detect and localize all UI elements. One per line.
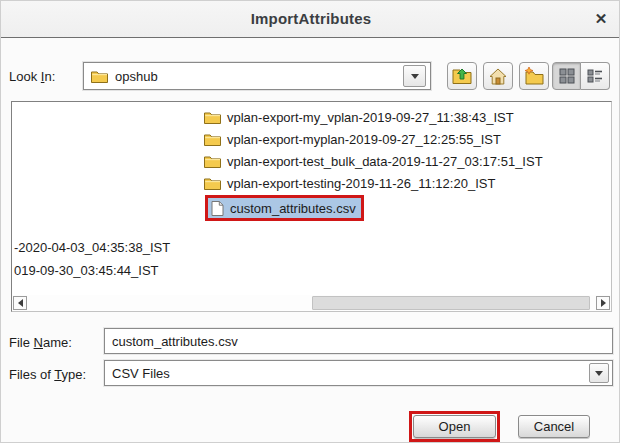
look-in-label: Look In: [9, 69, 55, 84]
import-attributes-dialog: ImportAttributes ✕ Look In: opshub [0, 0, 620, 443]
close-icon[interactable]: ✕ [591, 9, 611, 29]
cancel-button[interactable]: Cancel [518, 415, 590, 438]
home-button[interactable] [483, 62, 513, 90]
open-button[interactable]: Open [413, 415, 496, 438]
horizontal-scrollbar[interactable] [12, 295, 611, 311]
list-item[interactable]: vplan-export-test_bulk_data-2019-11-27_0… [204, 152, 543, 170]
list-item[interactable]: vplan-export-my_vplan-2019-09-27_11:38:4… [204, 108, 514, 126]
list-item-label: vplan-export-test_bulk_data-2019-11-27_0… [227, 154, 543, 169]
selected-file-annotation-box: custom_attributes.csv [205, 195, 364, 221]
list-item[interactable]: vplan-export-myplan-2019-09-27_12:25:55_… [204, 130, 501, 148]
files-of-type-label: Files of Type: [9, 367, 86, 382]
home-icon [488, 67, 508, 86]
up-one-level-button[interactable] [447, 62, 477, 90]
look-in-combobox[interactable]: opshub [83, 62, 431, 90]
details-view-button[interactable] [581, 62, 610, 90]
folder-icon [204, 155, 221, 168]
folder-icon [204, 111, 221, 124]
selected-file-label: custom_attributes.csv [230, 201, 356, 216]
files-of-type-value: CSV Files [112, 366, 170, 381]
new-folder-icon [523, 66, 545, 86]
list-view-button[interactable] [552, 62, 581, 90]
list-item-partial[interactable]: -2020-04-03_04:35:38_IST [14, 240, 170, 255]
look-in-dropdown-button[interactable] [403, 65, 426, 87]
file-name-label: File Name: [9, 335, 72, 350]
arrow-right-icon [601, 299, 606, 307]
scroll-right-button[interactable] [596, 296, 610, 310]
list-item[interactable]: vplan-export-testing-2019-11-26_11:12:20… [204, 174, 495, 192]
folder-icon [204, 177, 221, 190]
up-folder-icon [451, 66, 473, 86]
list-view-grid-icon [558, 67, 576, 85]
file-list[interactable]: vplan-export-my_vplan-2019-09-27_11:38:4… [11, 101, 612, 312]
file-icon [211, 201, 224, 216]
arrow-left-icon [18, 299, 23, 307]
list-item-label: vplan-export-myplan-2019-09-27_12:25:55_… [227, 132, 501, 147]
chevron-down-icon [411, 74, 419, 79]
new-folder-button[interactable] [519, 62, 549, 90]
scrollbar-thumb[interactable] [312, 296, 590, 310]
list-item-label: vplan-export-my_vplan-2019-09-27_11:38:4… [227, 110, 514, 125]
file-name-input[interactable]: custom_attributes.csv [104, 328, 613, 354]
files-of-type-combobox[interactable]: CSV Files [104, 360, 613, 386]
dialog-title: ImportAttributes [1, 10, 620, 27]
open-button-annotation-box: Open [409, 411, 500, 442]
look-in-value: opshub [115, 69, 158, 84]
folder-icon [204, 133, 221, 146]
list-item-label: vplan-export-testing-2019-11-26_11:12:20… [227, 176, 495, 191]
title-bar: ImportAttributes ✕ [1, 1, 620, 38]
folder-icon [91, 70, 108, 83]
selected-list-item[interactable]: custom_attributes.csv [208, 198, 361, 218]
scroll-left-button[interactable] [13, 296, 27, 310]
files-of-type-dropdown-button[interactable] [589, 363, 609, 383]
details-view-icon [586, 67, 604, 85]
chevron-down-icon [595, 371, 603, 376]
list-item-partial[interactable]: 019-09-30_03:45:44_IST [14, 263, 159, 278]
file-name-value: custom_attributes.csv [112, 334, 238, 349]
